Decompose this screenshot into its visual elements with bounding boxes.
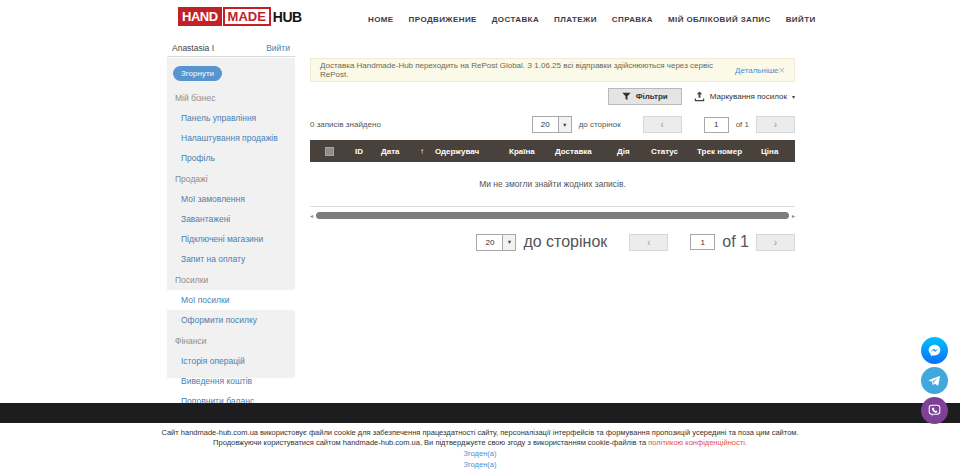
sidebar-item-payment-request[interactable]: Запит на оплату xyxy=(167,249,295,269)
sidebar-item-profile[interactable]: Профіль xyxy=(167,148,295,168)
header-cell-checkbox xyxy=(310,140,348,162)
per-page-select[interactable]: 20 ▼ xyxy=(532,116,572,133)
per-page-label-bottom: до сторінок xyxy=(523,233,607,251)
main-nav: HOME ПРОДВИЖЕНИЕ ДОСТАВКА ПЛАТЕЖИ СПРАВК… xyxy=(368,0,816,38)
banner-text: Доставка Handmade-Hub переходить на RePo… xyxy=(320,61,732,79)
sort-ascending-icon: ↑ xyxy=(420,147,424,156)
nav-promotion[interactable]: ПРОДВИЖЕНИЕ xyxy=(409,15,477,24)
handmade-hub-logo[interactable]: HAND MADE HUB xyxy=(178,7,302,26)
next-page-button-bottom[interactable]: › xyxy=(756,234,795,251)
nav-home[interactable]: HOME xyxy=(368,15,394,24)
main-content: Доставка Handmade-Hub переходить на RePo… xyxy=(310,58,795,251)
cookie-agree-link-2[interactable]: Згоден(а) xyxy=(0,460,960,470)
top-header: HAND MADE HUB HOME ПРОДВИЖЕНИЕ ДОСТАВКА … xyxy=(0,0,960,38)
pagination-bottom: 20 ▼ до сторінок ‹ of 1 › xyxy=(476,233,795,251)
collapse-sidebar-button[interactable]: Згорнути xyxy=(173,66,222,81)
select-all-checkbox[interactable] xyxy=(325,147,334,156)
parcel-marking-button[interactable]: Маркування посилок ▾ xyxy=(694,91,795,102)
nav-help[interactable]: СПРАВКА xyxy=(612,15,653,24)
viber-icon[interactable] xyxy=(921,397,948,424)
sidebar-item-operations-history[interactable]: Історія операцій xyxy=(167,351,295,371)
logo-hand: HAND xyxy=(178,7,222,26)
nav-my-account[interactable]: МІЙ ОБЛІКОВИЙ ЗАПИС xyxy=(668,15,771,24)
upload-tray-icon xyxy=(694,91,705,102)
sidebar-item-connected-stores[interactable]: Підключені магазини xyxy=(167,229,295,249)
page-of-label-bottom: of 1 xyxy=(722,233,749,251)
header-cell-delivery[interactable]: Доставка xyxy=(548,140,610,162)
pagination-top: 20 ▼ до сторінок ‹ of 1 › xyxy=(532,116,795,133)
repost-notice-banner: Доставка Handmade-Hub переходить на RePo… xyxy=(310,58,795,82)
header-date-label: Дата xyxy=(381,147,400,156)
cookie-line2-text: Продовжуючи користуватися сайтом handmad… xyxy=(213,438,648,447)
logo-hub: HUB xyxy=(273,9,302,25)
toolbar: Фільтри Маркування посилок ▾ xyxy=(310,87,795,106)
sidebar-section-sales: Продажі xyxy=(167,168,295,189)
privacy-policy-link[interactable]: політикою конфіденційності. xyxy=(648,438,747,447)
sidebar-item-withdrawals[interactable]: Виведення коштів xyxy=(167,371,295,391)
horizontal-scrollbar: ◂ ▸ xyxy=(310,211,795,220)
sidebar-item-create-parcel[interactable]: Оформити посилку xyxy=(167,310,295,330)
user-bar: Anastasia I Вийти xyxy=(167,40,295,57)
cookie-text-line2: Продовжуючи користуватися сайтом handmad… xyxy=(0,438,960,448)
page-number-input-bottom[interactable] xyxy=(690,234,715,250)
social-floating-buttons xyxy=(921,337,948,424)
table-empty-state: Ми не змогли знайти жодних записів. xyxy=(310,162,795,207)
sidebar: Згорнути Мій бізнес Панель управління На… xyxy=(167,58,295,378)
sidebar-item-sales-settings[interactable]: Налаштування продажів xyxy=(167,128,295,148)
prev-page-button[interactable]: ‹ xyxy=(643,116,682,133)
header-cell-price[interactable]: Ціна xyxy=(754,140,795,162)
cookie-agree-link-1[interactable]: Згоден(а) xyxy=(0,449,960,459)
next-page-button[interactable]: › xyxy=(756,116,795,133)
per-page-value-bottom: 20 xyxy=(477,238,502,247)
sidebar-item-my-parcels[interactable]: Мої посилки xyxy=(167,290,295,310)
page-of-label: of 1 xyxy=(736,120,749,129)
filters-button-label: Фільтри xyxy=(636,92,668,101)
header-cell-date[interactable]: Дата ↑ xyxy=(374,140,428,162)
empty-message: Ми не змогли знайти жодних записів. xyxy=(479,179,626,189)
results-row: 0 записів знайдено 20 ▼ до сторінок ‹ of… xyxy=(310,115,795,134)
close-icon[interactable]: × xyxy=(779,65,785,76)
logout-link[interactable]: Вийти xyxy=(266,43,290,53)
sidebar-section-finance: Фінанси xyxy=(167,330,295,351)
cookie-footer: Сайт handmade-hub.com.ua використовує фа… xyxy=(0,428,960,470)
footer-dark-bar xyxy=(0,403,960,423)
cookie-text-line1: Сайт handmade-hub.com.ua використовує фа… xyxy=(0,428,960,438)
telegram-icon[interactable] xyxy=(921,367,948,394)
sidebar-section-parcels: Посилки xyxy=(167,269,295,290)
header-cell-action[interactable]: Дія xyxy=(610,140,644,162)
header-cell-track-number[interactable]: Трек номер xyxy=(690,140,754,162)
filter-funnel-icon xyxy=(622,92,631,101)
nav-logout[interactable]: ВИЙТИ xyxy=(786,15,816,24)
page-number-input[interactable] xyxy=(704,117,729,133)
prev-page-button-bottom[interactable]: ‹ xyxy=(629,234,668,251)
sidebar-item-dashboard[interactable]: Панель управління xyxy=(167,108,295,128)
nav-payments[interactable]: ПЛАТЕЖИ xyxy=(554,15,597,24)
per-page-select-bottom[interactable]: 20 ▼ xyxy=(476,234,516,251)
scroll-right-icon[interactable]: ▸ xyxy=(792,213,795,219)
parcels-table-header: ID Дата ↑ Одержувач Країна Доставка Дія … xyxy=(310,140,795,162)
logo-made: MADE xyxy=(223,7,271,26)
scroll-left-icon[interactable]: ◂ xyxy=(310,213,313,219)
filters-button[interactable]: Фільтри xyxy=(608,88,682,105)
parcel-marking-label: Маркування посилок xyxy=(710,92,787,101)
scrollbar-thumb[interactable] xyxy=(316,212,789,219)
messenger-icon[interactable] xyxy=(921,337,948,364)
header-cell-status[interactable]: Статус xyxy=(644,140,690,162)
records-count: 0 записів знайдено xyxy=(310,120,381,129)
header-cell-id[interactable]: ID xyxy=(348,140,374,162)
per-page-value: 20 xyxy=(533,120,558,129)
per-page-label: до сторінок xyxy=(579,120,621,129)
chevron-down-icon: ▾ xyxy=(792,93,795,100)
select-caret-icon: ▼ xyxy=(558,117,571,132)
username: Anastasia I xyxy=(172,43,214,53)
pagination-bottom-wrap: 20 ▼ до сторінок ‹ of 1 › xyxy=(310,233,795,251)
header-cell-recipient[interactable]: Одержувач xyxy=(428,140,502,162)
header-cell-country[interactable]: Країна xyxy=(502,140,548,162)
banner-details-link[interactable]: Детальніше xyxy=(735,66,779,75)
sidebar-item-uploaded[interactable]: Завантажені xyxy=(167,209,295,229)
nav-delivery[interactable]: ДОСТАВКА xyxy=(492,15,539,24)
select-caret-icon-bottom: ▼ xyxy=(502,235,515,250)
sidebar-section-my-business: Мій бізнес xyxy=(167,87,295,108)
sidebar-item-my-orders[interactable]: Мої замовлення xyxy=(167,189,295,209)
